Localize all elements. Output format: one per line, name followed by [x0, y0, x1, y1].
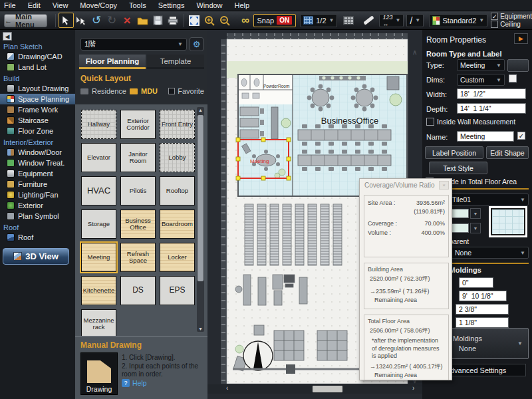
menu-edit[interactable]: Edit [28, 1, 41, 9]
sidebar-item-furniture[interactable]: Furniture [0, 179, 75, 190]
sidebar-item-window-treat[interactable]: Window Treat. [0, 158, 75, 168]
menu-view[interactable]: View [53, 1, 68, 9]
room-button-pilotis[interactable]: Pilotis [120, 176, 156, 205]
height-input[interactable]: 9' 10 1/8" [459, 291, 507, 301]
room-button-meeting[interactable]: Meeting [81, 243, 116, 272]
measure-tool-button[interactable] [361, 13, 376, 28]
sidebar-item-space-planning[interactable]: Space Planning [0, 94, 75, 104]
type-extra-button[interactable] [507, 59, 529, 72]
select-tool-button[interactable] [59, 13, 74, 28]
trim-input-1[interactable]: 2 3/8" [456, 304, 509, 315]
room-button-rooftop[interactable]: Rooftop [160, 176, 195, 205]
print-button[interactable] [166, 13, 181, 28]
room-button-locker[interactable]: Locker [160, 243, 195, 272]
dimension-tool-dropdown[interactable]: 123↔ ▼ [379, 14, 404, 27]
floor-selector-dropdown[interactable]: 1階 ▼ [80, 38, 187, 51]
swatch-dropdown-button[interactable]: ▼ [470, 208, 481, 219]
menu-file[interactable]: File [4, 1, 16, 9]
room-button-ds[interactable]: DS [120, 276, 156, 305]
folder-residence[interactable]: Residence [92, 87, 126, 95]
menu-move-copy[interactable]: Move/Copy [80, 1, 117, 9]
sidebar-item-staircase[interactable]: Staircase [0, 115, 75, 126]
canvas-scroll-up-icon[interactable]: ∧ [412, 49, 417, 56]
canvas-horizontal-scrollbar[interactable]: ‹ › [207, 384, 422, 394]
room-button-storage[interactable]: Storage [81, 209, 116, 239]
tab-floor-planning[interactable]: Floor Planning [79, 55, 146, 69]
scroll-right-icon[interactable]: › [412, 384, 414, 392]
swatch-dropdown-button[interactable]: ▼ [470, 223, 481, 233]
tab-template[interactable]: Template [147, 55, 204, 69]
grid-scrollbar[interactable]: ▲ ▼ [197, 107, 204, 332]
sidebar-item-lighting-fan[interactable]: Lighting/Fan [0, 190, 75, 200]
folder-mdu[interactable]: MDU [141, 87, 158, 95]
snap-toggle-button[interactable]: Snap ON [253, 14, 297, 27]
grid-scrollbar-thumb[interactable] [198, 115, 203, 281]
ceiling-checkbox[interactable]: Ceiling [491, 21, 532, 28]
dims-dropdown[interactable]: Custom▼ [457, 74, 505, 86]
room-button-janitor-room[interactable]: Janitor Room [120, 143, 156, 172]
sidebar-item-land-lot[interactable]: Land Lot [0, 62, 75, 72]
room-button-kitchenette[interactable]: Kitchenette [81, 276, 116, 305]
room-button-front-entry[interactable]: Front Entry [160, 110, 195, 139]
color-swatch[interactable] [452, 223, 469, 233]
sidebar-item-equipment[interactable]: Equipment [0, 168, 75, 179]
menu-help[interactable]: Help [235, 1, 250, 9]
menu-settings[interactable]: Settings [158, 1, 185, 9]
room-button-boardroom[interactable]: Boardroom [160, 209, 195, 239]
sidebar-item-plan-symbol[interactable]: Plan Symbol [0, 211, 75, 221]
sidebar-item-drawing-cad[interactable]: Drawing/CAD [0, 51, 75, 62]
room-button-elevator[interactable]: Elevator [81, 143, 116, 172]
multi-select-tool-button[interactable] [74, 13, 89, 28]
area-calc-button[interactable] [340, 13, 356, 28]
floor-settings-button[interactable]: ⚙ [190, 37, 203, 51]
menu-window[interactable]: Window [196, 1, 222, 9]
delete-button[interactable]: × [120, 13, 135, 28]
room-button-hallway[interactable]: Hallway [81, 110, 116, 139]
room-button-mezzanine-rack[interactable]: Mezzanine rack [81, 309, 116, 338]
dims-checkbox[interactable] [509, 74, 517, 82]
scroll-left-icon[interactable]: ‹ [226, 384, 228, 392]
name-checkbox[interactable]: ✓ [517, 132, 525, 140]
room-button-business-office[interactable]: Business Office [120, 209, 156, 239]
scrollbar-thumb[interactable] [313, 386, 342, 392]
color-swatch[interactable] [452, 209, 469, 218]
scroll-up-icon[interactable]: ▲ [197, 108, 204, 112]
room-type-dropdown[interactable]: Meeting▼ [457, 59, 505, 71]
continuous-zoom-button[interactable]: ∞ [238, 13, 253, 28]
room-button-exterior-corridor[interactable]: Exterior Corridor [120, 110, 156, 139]
scroll-down-icon[interactable]: ▼ [197, 327, 204, 331]
room-button-lobby[interactable]: Lobby [160, 143, 195, 172]
edit-shape-button[interactable]: Edit Shape [486, 146, 529, 159]
redo-button[interactable]: ↻ [104, 13, 120, 28]
sidebar-item-roof[interactable]: Roof [0, 232, 75, 243]
sidebar-item-layout-drawing[interactable]: Layout Drawing [0, 83, 75, 94]
sidebar-item-exterior[interactable]: Exterior [0, 200, 75, 211]
room-button-hvac[interactable]: HVAC [81, 176, 116, 205]
name-input[interactable]: Meeting [457, 131, 514, 142]
zoom-out-button[interactable] [217, 13, 233, 28]
drawing-button[interactable]: Drawing [80, 352, 118, 395]
fit-view-button[interactable] [187, 13, 202, 28]
zoom-in-button[interactable] [202, 13, 217, 28]
sidebar-item-floor-zone[interactable]: Floor Zone [0, 126, 75, 136]
close-icon[interactable]: × [439, 181, 449, 190]
depth-input[interactable]: 14' 1 1/4" [457, 103, 526, 114]
grid-scale-dropdown[interactable]: 1/2 ▼ [300, 14, 337, 27]
trim-input-2[interactable]: 1 1/8" [456, 317, 509, 328]
label-position-button[interactable]: Label Position [425, 146, 483, 159]
sidebar-item-window-door[interactable]: Window/Door [0, 147, 75, 158]
menu-tools[interactable]: Tools [129, 1, 146, 9]
open-file-button[interactable] [135, 13, 150, 28]
style-preset-dropdown[interactable]: Standard2 ▼ [429, 14, 487, 27]
main-menu-button[interactable]: ← Main Menu [4, 14, 47, 27]
inside-wall-checkbox[interactable] [426, 118, 434, 126]
undo-button[interactable]: ↺ [89, 13, 104, 28]
save-button[interactable] [150, 13, 166, 28]
favorite-checkbox[interactable]: Favorite [168, 87, 204, 95]
help-link[interactable]: ? Help [122, 379, 147, 387]
width-input[interactable]: 18' 1/2" [457, 88, 526, 99]
room-button-eps[interactable]: EPS [160, 276, 195, 305]
sidebar-item-frame-work[interactable]: Frame Work [0, 104, 75, 115]
3d-view-button[interactable]: 3D View [3, 248, 69, 265]
equipment-checkbox[interactable]: ✓ Equipment [491, 13, 532, 20]
